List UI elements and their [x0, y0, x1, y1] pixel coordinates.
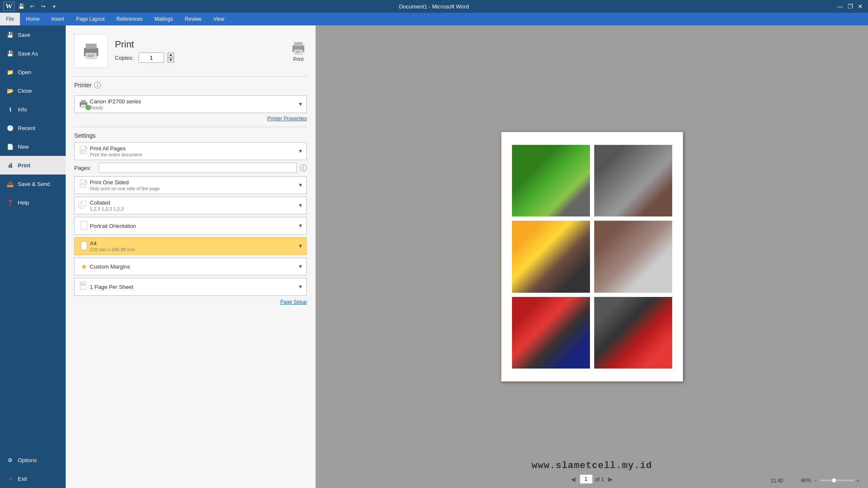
pages-info-icon[interactable]: i	[300, 164, 307, 171]
sidebar: 💾 Save 💾 Save As 📁 Open 📂 Close ℹ Info 🕐…	[0, 25, 66, 488]
total-pages: of 1	[595, 476, 604, 482]
zoom-thumb[interactable]	[832, 478, 837, 483]
photo-6	[594, 297, 672, 369]
content-area: Print Copies: ▲ ▼	[66, 25, 868, 488]
paper-size-dropdown[interactable]: A4 210 mm x 296,98 mm ▼	[74, 237, 307, 255]
svg-rect-23	[82, 201, 86, 206]
collated-sub: 1,2,3 1,2,3 1,2,3	[90, 206, 295, 211]
page-preview	[501, 132, 683, 382]
zoom-out-button[interactable]: −	[814, 477, 817, 484]
restore-button[interactable]: ❐	[846, 3, 854, 10]
zoom-in-button[interactable]: +	[856, 477, 860, 484]
quick-undo-icon[interactable]: ↩	[28, 2, 36, 11]
zoom-percent: 46%	[801, 477, 811, 483]
sidebar-item-recent[interactable]: 🕐 Recent	[0, 119, 66, 137]
sidebar-label-print: Print	[18, 162, 31, 169]
time-display: 21:40	[771, 478, 783, 484]
tab-file[interactable]: File	[0, 13, 20, 25]
prev-page-button[interactable]: ◀	[569, 475, 577, 483]
print-sided-arrow: ▼	[298, 182, 303, 188]
orientation-main: Portrait Orientation	[90, 223, 295, 229]
word-icon: W	[3, 2, 14, 11]
print-sided-dropdown[interactable]: Print One Sided Only print on one side o…	[74, 176, 307, 194]
paper-size-icon	[78, 240, 90, 252]
sidebar-item-info[interactable]: ℹ Info	[0, 100, 66, 119]
page-setup-link[interactable]: Page Setup	[74, 299, 307, 305]
open-icon: 📁	[6, 68, 14, 76]
copies-increment[interactable]: ▲	[167, 53, 174, 58]
tab-references[interactable]: References	[111, 13, 148, 25]
info-icon: ℹ	[6, 105, 14, 114]
tab-review[interactable]: Review	[179, 13, 207, 25]
orientation-dropdown[interactable]: Portrait Orientation ▼	[74, 217, 307, 235]
print-pages-content: Print All Pages Print the entire documen…	[90, 145, 295, 157]
margins-arrow: ▼	[298, 263, 303, 269]
star-icon: ★	[81, 263, 87, 271]
page-navigation: ◀ of 1 ▶	[569, 474, 615, 484]
printer-dropdown[interactable]: ✓ Canon iP2700 series Ready ▼	[74, 95, 307, 113]
sidebar-item-save[interactable]: 💾 Save	[0, 25, 66, 44]
window-controls: — ❐ ✕	[836, 3, 865, 10]
sidebar-label-open: Open	[18, 69, 31, 75]
tab-home[interactable]: Home	[20, 13, 45, 25]
printer-section-label: Printer i	[74, 82, 101, 89]
sidebar-item-help[interactable]: ❓ Help	[0, 193, 66, 212]
ribbon-tabs: File Home Insert Page Layout References …	[0, 13, 868, 25]
sidebar-label-save: Save	[18, 32, 31, 38]
svg-rect-28	[83, 283, 85, 286]
printer-name: Canon iP2700 series	[90, 98, 295, 105]
svg-rect-4	[87, 56, 93, 57]
sidebar-item-save-as[interactable]: 💾 Save As	[0, 44, 66, 63]
margins-dropdown[interactable]: ★ Custom Margins ▼	[74, 258, 307, 275]
tab-insert[interactable]: Insert	[45, 13, 70, 25]
quick-menu-icon[interactable]: ▼	[50, 2, 58, 11]
sidebar-item-save-send[interactable]: 📤 Save & Send	[0, 175, 66, 193]
print-button[interactable]: Print	[290, 39, 307, 62]
tab-mailings[interactable]: Mailings	[148, 13, 179, 25]
print-sided-icon	[78, 179, 90, 191]
watermark-text: www.slametcell.my.id	[531, 460, 652, 471]
quick-redo-icon[interactable]: ↪	[39, 2, 47, 11]
sidebar-item-close[interactable]: 📂 Close	[0, 81, 66, 100]
pages-per-sheet-main: 1 Page Per Sheet	[90, 284, 295, 290]
printer-properties-link[interactable]: Printer Properties	[74, 116, 307, 122]
sidebar-item-new[interactable]: 📄 New	[0, 137, 66, 156]
quick-save-icon[interactable]: 💾	[17, 2, 25, 11]
pages-per-sheet-dropdown[interactable]: 1 Page Per Sheet ▼	[74, 278, 307, 296]
sidebar-item-options[interactable]: ⚙ Options	[0, 451, 66, 469]
collated-dropdown[interactable]: Collated 1,2,3 1,2,3 1,2,3 ▼	[74, 197, 307, 214]
print-icon-box	[74, 34, 108, 68]
margins-main: Custom Margins	[90, 263, 295, 270]
sidebar-item-print[interactable]: 🖨 Print	[0, 156, 66, 175]
zoom-slider[interactable]	[820, 480, 854, 481]
printer-info-icon[interactable]: i	[94, 82, 101, 89]
sidebar-label-options: Options	[18, 457, 37, 463]
copies-decrement[interactable]: ▼	[167, 58, 174, 63]
minimize-button[interactable]: —	[836, 3, 844, 10]
sidebar-label-new: New	[18, 144, 29, 150]
save-send-icon: 📤	[6, 180, 14, 188]
current-page-input[interactable]	[580, 474, 593, 484]
sidebar-label-exit: Exit	[18, 476, 27, 482]
paper-size-content: A4 210 mm x 296,98 mm	[90, 240, 295, 252]
printer-status: Ready	[90, 105, 295, 110]
print-pages-main: Print All Pages	[90, 145, 295, 152]
copies-input[interactable]	[139, 53, 164, 63]
printer-svg-icon	[81, 40, 102, 61]
pages-input[interactable]	[99, 163, 297, 173]
close-button[interactable]: ✕	[856, 3, 865, 10]
print-header: Print Copies: ▲ ▼	[74, 34, 307, 68]
sidebar-item-exit[interactable]: ✕ Exit	[0, 469, 66, 488]
title-bar: W 💾 ↩ ↪ ▼ Document1 - Microsoft Word — ❐…	[0, 0, 868, 13]
margins-icon: ★	[78, 261, 90, 272]
window-title: Document1 - Microsoft Word	[399, 3, 469, 10]
sidebar-item-open[interactable]: 📁 Open	[0, 63, 66, 81]
photo-4	[594, 221, 672, 292]
help-icon: ❓	[6, 198, 14, 207]
tab-view[interactable]: View	[208, 13, 231, 25]
next-page-button[interactable]: ▶	[606, 475, 615, 483]
tab-page-layout[interactable]: Page Layout	[70, 13, 110, 25]
svg-point-5	[95, 50, 97, 51]
photo-5	[512, 297, 590, 369]
print-pages-dropdown[interactable]: Print All Pages Print the entire documen…	[74, 142, 307, 160]
